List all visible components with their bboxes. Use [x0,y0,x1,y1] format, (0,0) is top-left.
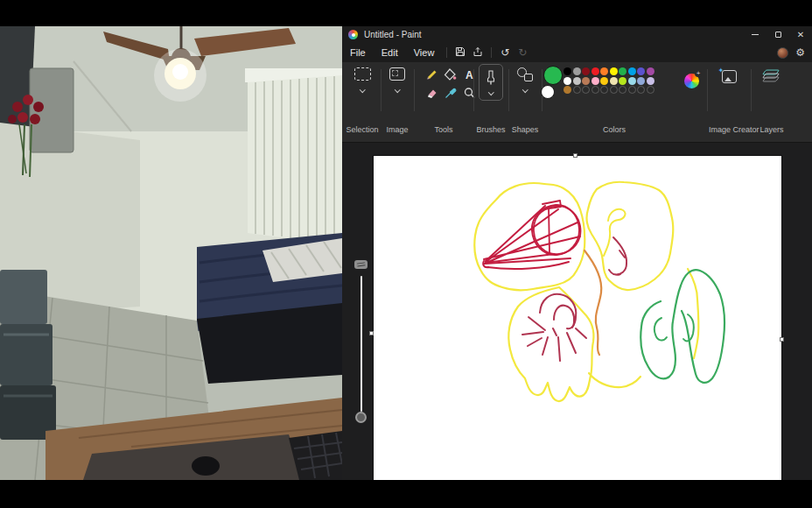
color-palette [564,67,660,99]
color-swatch[interactable] [628,67,636,75]
drawing-stroke [654,318,667,341]
color-swatch[interactable] [610,77,618,85]
minimize-icon [752,34,759,35]
empty-color-slot[interactable] [573,86,581,94]
drawing-stroke [587,182,674,290]
colors-label: Colors [566,125,662,134]
slider-track[interactable] [360,276,362,412]
minimize-button[interactable] [744,26,766,43]
divider [491,47,492,58]
settings-gear-icon[interactable]: ⚙ [795,46,805,59]
empty-color-slot[interactable] [600,86,608,94]
drawing-stroke [534,206,581,254]
sparkle-icon: ✦ [718,67,724,74]
color-swatch[interactable] [573,67,581,75]
menubar-right: ⚙ [777,46,812,59]
empty-color-slot[interactable] [582,86,590,94]
menu-file[interactable]: File [342,45,374,60]
ribbon-toolbar: Selection Image A [342,62,812,143]
color-swatch[interactable] [610,67,618,75]
drawing-stroke [540,294,576,328]
menu-edit[interactable]: Edit [374,45,406,60]
menu-bar: File Edit View ↺ ↻ ⚙ [342,43,812,62]
empty-color-slot[interactable] [610,86,618,94]
color-swatch[interactable] [564,86,571,94]
image-creator-label: Image Creator [709,125,749,134]
drawing-stroke [589,373,640,387]
webcam-feed [0,26,342,480]
paint-app-icon [348,30,358,39]
layers-group[interactable]: Layers [752,62,791,143]
color-swatch[interactable] [647,77,654,85]
letterbox-top [0,0,812,26]
empty-color-slot[interactable] [619,86,626,94]
color-swatch[interactable] [582,67,590,75]
maximize-button[interactable] [766,26,789,43]
close-button[interactable]: ✕ [789,26,812,43]
drawing-stroke [609,237,626,275]
window-blinds [248,75,342,245]
account-avatar[interactable] [777,47,788,59]
color-swatch[interactable] [628,77,636,85]
color-swatch[interactable] [637,67,645,75]
share-icon[interactable] [469,46,486,60]
empty-color-slot[interactable] [592,86,599,94]
color-swatch[interactable] [573,77,581,85]
foreground-color-well[interactable] [543,66,563,85]
edit-colors-wheel[interactable] [684,74,699,88]
divider [446,47,447,58]
color-swatch[interactable] [619,77,626,85]
color-swatch[interactable] [600,77,608,85]
menu-view[interactable]: View [406,45,443,60]
divider [751,69,752,111]
colors-group: Colors [342,62,710,143]
color-swatch[interactable] [582,77,590,85]
drawing-stroke [640,270,724,383]
drawing-stroke [483,258,570,269]
maximize-icon [775,32,781,38]
color-swatch[interactable] [647,67,654,75]
image-creator-icon: ✦ [722,70,737,83]
title-bar: Untitled - Paint ✕ [342,26,812,43]
color-swatch[interactable] [592,67,599,75]
drawing-stroke [474,183,584,290]
workspace [342,143,812,480]
screenshot-stage: Untitled - Paint ✕ File Edit View ↺ ↻ ⚙ [0,0,812,508]
empty-color-slot[interactable] [628,86,636,94]
drawing-stroke [522,317,586,361]
freehand-drawing [374,156,781,505]
canvas-handle-top[interactable] [573,153,578,158]
letterbox-bottom [0,480,812,508]
background-color-well[interactable] [541,85,555,99]
canvas-handle-right[interactable] [780,337,784,342]
divider [707,69,708,111]
empty-color-slot[interactable] [647,86,654,94]
save-icon[interactable] [452,46,469,60]
color-swatch[interactable] [619,67,626,75]
room-placeholder [0,26,342,480]
paint-window: Untitled - Paint ✕ File Edit View ↺ ↻ ⚙ [342,26,812,480]
layers-label: Layers [752,125,791,134]
image-creator-group[interactable]: ✦ Image Creator [709,62,749,143]
slider-thumb[interactable] [355,412,367,423]
empty-color-slot[interactable] [637,86,645,94]
mouse [192,456,220,476]
color-swatch[interactable] [637,77,645,85]
size-slider[interactable] [351,257,372,432]
color-swatch[interactable] [592,77,599,85]
slider-size-icon [354,260,368,269]
color-swatch[interactable] [564,77,571,85]
undo-icon[interactable]: ↺ [496,46,514,59]
drawing-stroke [508,287,593,401]
drawing-stroke [554,306,574,329]
color-swatch[interactable] [600,67,608,75]
layers-icon [764,68,780,82]
redo-icon: ↻ [514,46,531,59]
window-title: Untitled - Paint [364,30,744,39]
drawing-canvas[interactable] [374,156,781,505]
color-swatch[interactable] [564,67,571,75]
